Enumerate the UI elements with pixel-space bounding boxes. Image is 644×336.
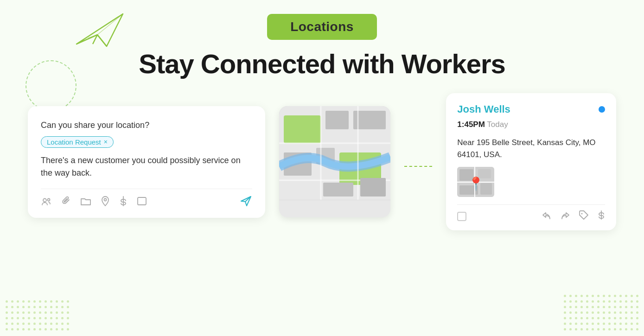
worker-time-value: 1:45PM	[457, 120, 485, 129]
dollar-icon[interactable]	[120, 196, 127, 209]
worker-dollar-icon[interactable]	[598, 210, 605, 222]
svg-point-6	[48, 199, 50, 201]
attach-icon[interactable]	[61, 196, 70, 209]
bracket-icon[interactable]	[137, 197, 147, 208]
svg-marker-0	[77, 14, 123, 46]
page-container: Locations Stay Connected with Workers Ca…	[0, 0, 644, 336]
location-request-close[interactable]: ×	[104, 138, 108, 146]
tag-icon[interactable]	[579, 210, 588, 222]
worker-map-thumbnail: 📍	[457, 167, 494, 197]
worker-card: Josh Wells 1:45PM Today Near 195 Belle S…	[446, 93, 616, 230]
svg-rect-22	[323, 183, 353, 197]
svg-rect-23	[360, 178, 386, 197]
folder-icon[interactable]	[81, 197, 91, 208]
worker-name: Josh Wells	[457, 103, 510, 115]
chat-message-line2: There's a new customer you could possibl…	[41, 154, 252, 179]
worker-select-checkbox[interactable]	[457, 212, 466, 221]
dashed-circle-decoration	[26, 60, 77, 111]
location-icon[interactable]	[101, 196, 109, 209]
online-status-dot	[599, 106, 605, 113]
location-request-tag[interactable]: Location Request ×	[41, 136, 114, 148]
locations-badge: Locations	[267, 14, 377, 40]
map-bottom-bar	[279, 200, 390, 217]
header-area: Locations Stay Connected with Workers	[139, 14, 505, 79]
worker-toolbar-icons	[542, 210, 605, 222]
main-heading: Stay Connected with Workers	[139, 48, 505, 79]
worker-address: Near 195 Belle Street, Kansas City, MO 6…	[457, 137, 605, 160]
chat-toolbar	[41, 189, 252, 209]
worker-time: 1:45PM Today	[457, 120, 605, 129]
map-image	[279, 106, 390, 200]
connector-line	[404, 166, 432, 167]
paper-plane-decoration	[72, 9, 128, 51]
map-card	[279, 106, 390, 217]
chat-message-line1: Can you share your location?	[41, 119, 252, 132]
svg-point-7	[104, 199, 107, 201]
worker-time-suffix: Today	[487, 120, 508, 129]
send-icon[interactable]	[240, 196, 252, 209]
worker-card-header: Josh Wells	[457, 103, 605, 115]
svg-rect-12	[284, 115, 321, 143]
content-row: Can you share your location? Location Re…	[0, 93, 644, 230]
map-pin-icon: 📍	[468, 176, 484, 191]
svg-rect-8	[138, 197, 146, 205]
chat-toolbar-icons	[41, 196, 147, 209]
assign-icon[interactable]	[41, 197, 51, 208]
svg-point-5	[43, 199, 46, 202]
reply-icon[interactable]	[542, 211, 551, 222]
svg-point-31	[581, 213, 583, 215]
svg-line-3	[97, 14, 123, 35]
location-request-tag-label: Location Request	[47, 138, 101, 146]
svg-line-1	[97, 35, 107, 46]
svg-rect-14	[325, 111, 349, 129]
worker-card-toolbar	[457, 204, 605, 222]
dot-grid-left: // Will be rendered by inline JS below	[0, 295, 75, 336]
chat-card: Can you share your location? Location Re…	[28, 106, 265, 218]
forward-icon[interactable]	[561, 211, 570, 222]
dot-grid-right	[558, 289, 644, 336]
